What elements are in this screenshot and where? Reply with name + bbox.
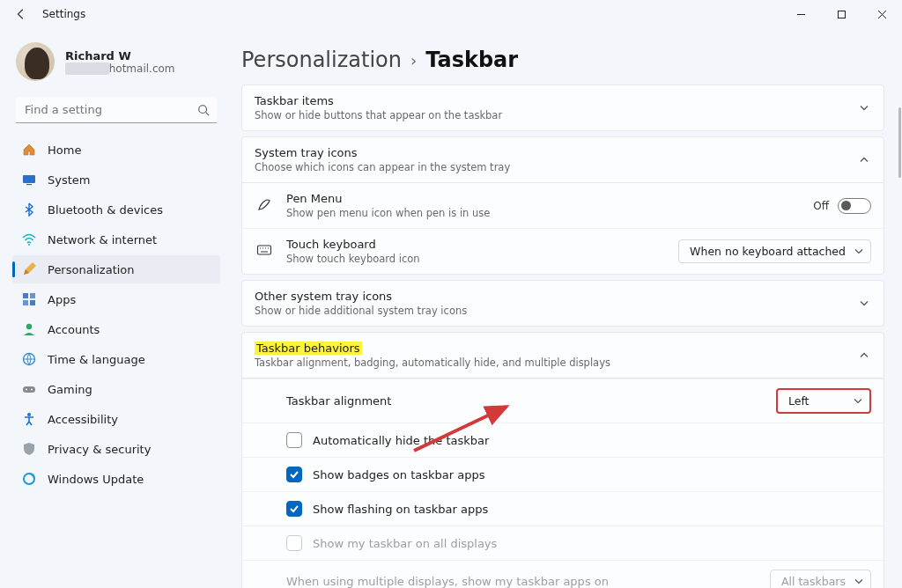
- maximize-button[interactable]: [821, 0, 861, 28]
- scrollbar[interactable]: [898, 107, 902, 283]
- keyboard-icon: [256, 242, 272, 261]
- svg-line-3: [206, 113, 210, 116]
- row-pen-menu: Pen Menu Show pen menu icon when pen is …: [242, 183, 884, 228]
- bluetooth-icon: [21, 202, 37, 217]
- svg-rect-1: [838, 11, 845, 18]
- close-button[interactable]: [861, 0, 902, 28]
- sidebar-item-bluetooth[interactable]: Bluetooth & devices: [12, 195, 220, 224]
- search-icon: [197, 103, 210, 120]
- privacy-icon: [21, 441, 37, 457]
- sidebar-item-privacy[interactable]: Privacy & security: [12, 435, 220, 463]
- row-subtitle: Show pen menu icon when pen is in use: [286, 207, 490, 219]
- breadcrumb: Personalization › Taskbar: [241, 42, 884, 85]
- svg-rect-7: [23, 293, 28, 298]
- sidebar-item-label: Accounts: [48, 323, 100, 336]
- page-title: Taskbar: [425, 48, 518, 72]
- panel-system-tray-icons: System tray icons Choose which icons can…: [241, 136, 884, 275]
- svg-rect-10: [30, 300, 35, 305]
- chevron-up-icon: [859, 347, 869, 364]
- sidebar-item-label: Accessibility: [48, 413, 118, 426]
- back-button[interactable]: [12, 5, 30, 23]
- minimize-button[interactable]: [780, 0, 821, 28]
- svg-point-15: [31, 389, 33, 391]
- row-subtitle: Show touch keyboard icon: [286, 253, 420, 265]
- row-label: When using multiple displays, show my ta…: [286, 575, 609, 588]
- sidebar-item-home[interactable]: Home: [12, 136, 220, 164]
- sidebar-item-label: Bluetooth & devices: [48, 203, 163, 217]
- personalization-icon: [21, 261, 37, 277]
- pen-menu-toggle[interactable]: [838, 198, 871, 214]
- row-label: Taskbar alignment: [286, 394, 391, 408]
- row-show-flashing[interactable]: Show flashing on taskbar apps: [242, 491, 884, 526]
- user-account-block[interactable]: Richard W xxxxxxxhotmail.com: [12, 39, 220, 92]
- checkbox-all-displays: [286, 535, 302, 551]
- sidebar-item-label: Apps: [48, 293, 76, 306]
- search-input[interactable]: [16, 97, 217, 123]
- sidebar-item-label: Windows Update: [48, 473, 144, 486]
- svg-point-6: [28, 244, 30, 246]
- svg-point-16: [27, 413, 31, 416]
- row-title: Touch keyboard: [286, 238, 420, 251]
- panel-other-system-tray[interactable]: Other system tray icons Show or hide add…: [241, 280, 884, 327]
- accessibility-icon: [21, 411, 37, 427]
- checkbox-auto-hide[interactable]: [286, 432, 302, 448]
- svg-rect-18: [258, 246, 271, 254]
- touch-keyboard-select[interactable]: When no keyboard attached: [678, 239, 871, 263]
- sidebar-item-accounts[interactable]: Accounts: [12, 315, 220, 343]
- accounts-icon: [21, 321, 37, 337]
- windows-update-icon: [21, 471, 37, 487]
- sidebar-item-gaming[interactable]: Gaming: [12, 375, 220, 403]
- row-auto-hide[interactable]: Automatically hide the taskbar: [242, 423, 884, 457]
- svg-rect-8: [30, 293, 35, 298]
- sidebar-item-personalization[interactable]: Personalization: [12, 255, 220, 283]
- sidebar-item-windows-update[interactable]: Windows Update: [12, 465, 220, 493]
- home-icon: [21, 142, 37, 158]
- apps-icon: [21, 291, 37, 307]
- svg-rect-13: [23, 386, 35, 393]
- select-value: Left: [788, 394, 810, 408]
- panel-title: Other system tray icons: [255, 290, 467, 303]
- panel-taskbar-behaviors: Taskbar behaviors Taskbar alignment, bad…: [241, 332, 884, 588]
- chevron-up-icon: [859, 151, 869, 168]
- sidebar-item-label: Network & internet: [48, 233, 157, 246]
- wifi-icon: [21, 232, 37, 247]
- panel-title: Taskbar behaviors: [255, 342, 610, 355]
- sidebar-item-network[interactable]: Network & internet: [12, 225, 220, 254]
- panel-header-taskbar-behaviors[interactable]: Taskbar behaviors Taskbar alignment, bad…: [242, 333, 884, 378]
- checkbox-label: Show badges on taskbar apps: [313, 468, 484, 481]
- row-touch-keyboard: Touch keyboard Show touch keyboard icon …: [242, 228, 884, 274]
- checkbox-show-flashing[interactable]: [286, 501, 302, 517]
- pen-icon: [256, 196, 272, 216]
- sidebar-item-accessibility[interactable]: Accessibility: [12, 405, 220, 433]
- svg-rect-4: [23, 175, 35, 183]
- chevron-down-icon: [854, 245, 863, 258]
- row-taskbar-alignment: Taskbar alignment Left: [242, 379, 884, 423]
- user-email: xxxxxxxhotmail.com: [65, 62, 175, 75]
- panel-taskbar-items[interactable]: Taskbar items Show or hide buttons that …: [241, 85, 884, 131]
- panel-subtitle: Show or hide buttons that appear on the …: [255, 109, 502, 121]
- chevron-down-icon: [859, 99, 869, 116]
- scrollbar-thumb[interactable]: [898, 107, 901, 178]
- checkbox-show-badges[interactable]: [286, 467, 302, 482]
- row-show-all-displays: Show my taskbar on all displays: [242, 526, 884, 560]
- panel-subtitle: Choose which icons can appear in the sys…: [255, 161, 510, 173]
- sidebar-item-label: Gaming: [48, 383, 92, 396]
- sidebar-item-apps[interactable]: Apps: [12, 285, 220, 313]
- row-show-badges[interactable]: Show badges on taskbar apps: [242, 457, 884, 491]
- sidebar-item-label: Home: [48, 143, 81, 157]
- row-title: Pen Menu: [286, 192, 490, 205]
- row-multi-displays: When using multiple displays, show my ta…: [242, 560, 884, 588]
- select-value: When no keyboard attached: [690, 245, 846, 258]
- user-name: Richard W: [65, 49, 175, 62]
- sidebar-item-system[interactable]: System: [12, 165, 220, 194]
- avatar: [16, 42, 55, 81]
- search-box[interactable]: [16, 97, 217, 123]
- multi-displays-select: All taskbars: [770, 570, 871, 588]
- breadcrumb-parent[interactable]: Personalization: [241, 48, 402, 72]
- checkbox-label: Automatically hide the taskbar: [313, 434, 489, 447]
- taskbar-alignment-select[interactable]: Left: [776, 388, 871, 414]
- panel-header-system-tray[interactable]: System tray icons Choose which icons can…: [242, 137, 884, 182]
- toggle-label: Off: [813, 200, 829, 212]
- svg-point-14: [26, 389, 27, 391]
- sidebar-item-time-language[interactable]: Time & language: [12, 345, 220, 373]
